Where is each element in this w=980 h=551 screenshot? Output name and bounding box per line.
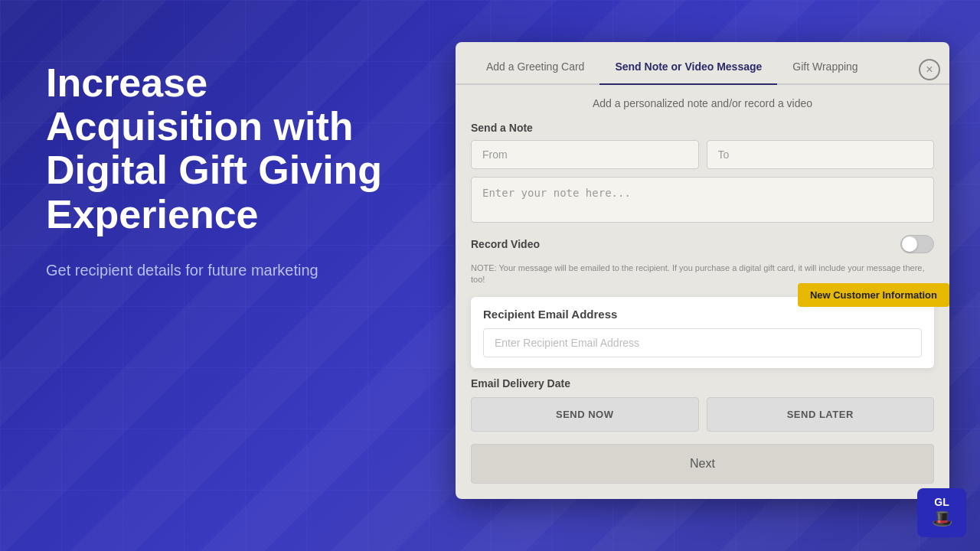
close-button[interactable]: ×	[919, 59, 940, 80]
modal-panel: × Add a Greeting Card Send Note or Video…	[456, 42, 949, 499]
main-heading: Increase Acquisition with Digital Gift G…	[46, 61, 383, 236]
send-note-label: Send a Note	[471, 122, 934, 134]
note-textarea[interactable]	[471, 177, 934, 223]
send-now-button[interactable]: SEND NOW	[471, 397, 699, 432]
recipient-label: Recipient Email Address	[483, 308, 922, 321]
sub-heading: Get recipient details for future marketi…	[46, 259, 383, 281]
from-to-row	[471, 140, 934, 169]
send-row: SEND NOW SEND LATER	[471, 397, 934, 432]
logo-initials: GL	[934, 497, 949, 507]
close-icon: ×	[926, 63, 933, 77]
send-later-button[interactable]: SEND LATER	[707, 397, 935, 432]
next-button[interactable]: Next	[471, 444, 934, 484]
modal-subtitle: Add a personalized note and/or record a …	[471, 97, 934, 109]
to-input[interactable]	[707, 140, 935, 169]
record-video-toggle[interactable]	[900, 235, 934, 253]
logo-icon: 🎩	[932, 509, 952, 529]
recipient-email-input[interactable]	[483, 328, 922, 357]
recipient-section: New Customer Information Recipient Email…	[471, 297, 934, 368]
tab-gift-wrapping[interactable]: Gift Wrapping	[777, 50, 873, 85]
new-customer-badge: New Customer Information	[798, 283, 949, 307]
tab-send-note[interactable]: Send Note or Video Message	[599, 50, 777, 85]
email-delivery-label: Email Delivery Date	[471, 377, 934, 390]
logo-badge: GL 🎩	[917, 488, 966, 537]
tab-greeting-card[interactable]: Add a Greeting Card	[471, 50, 599, 85]
tabs-container: Add a Greeting Card Send Note or Video M…	[456, 50, 949, 85]
left-panel: Increase Acquisition with Digital Gift G…	[46, 61, 383, 281]
modal-header: × Add a Greeting Card Send Note or Video…	[456, 50, 949, 85]
modal-body: Add a personalized note and/or record a …	[456, 85, 949, 499]
from-input[interactable]	[471, 140, 699, 169]
record-video-row: Record Video	[471, 235, 934, 253]
record-video-label: Record Video	[471, 238, 540, 250]
